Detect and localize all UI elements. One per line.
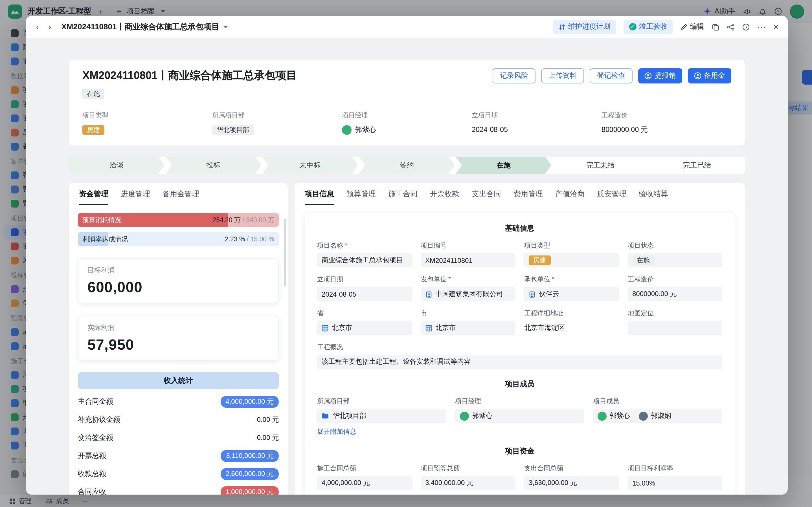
funds-field-value[interactable]: 4,000,000.00 元 [317, 476, 412, 490]
address-value[interactable]: 北京市海淀区 [524, 321, 619, 335]
map-location-input[interactable] [628, 321, 722, 335]
project-info-panel: 项目信息 预算管理 施工合同 开票收款 支出合同 费用管理 产值洽商 [294, 183, 745, 495]
field-value: 8000000.00 元 [601, 125, 648, 134]
field-label: 支出合同总额 [524, 464, 619, 472]
field-address: 工程详细地址 北京市海淀区 [524, 309, 619, 335]
profit-total: / 15.00 % [245, 236, 274, 242]
maintain-schedule-button[interactable]: 维护进度计划 [553, 19, 616, 34]
money-row-value: 1,000,000.00 元 [220, 486, 279, 495]
city-input[interactable]: 北京市 [421, 321, 515, 335]
tab[interactable]: 备用金管理 [163, 183, 199, 205]
more-actions-button[interactable]: ··· [757, 22, 766, 31]
stepper-step-label: 洽谈 [109, 160, 123, 170]
field-label: 项目经理 [455, 397, 584, 405]
money-row-label: 合同应收 [78, 487, 106, 495]
summary-outline-button[interactable]: 记录风险 [493, 68, 536, 83]
field-manager: 项目经理 郭紫心 [455, 397, 584, 436]
close-icon[interactable]: × [773, 22, 779, 32]
next-record-button[interactable]: › [47, 22, 52, 31]
money-row-label: 开票总额 [78, 451, 106, 460]
field-map-location: 地图定位 [628, 309, 722, 335]
stepper-step[interactable]: 完工未结 [552, 157, 648, 174]
field-value: 中国建筑集团有限公司 [435, 289, 503, 299]
funds-field-value[interactable]: 3,630,000.00 元 [524, 476, 619, 490]
section-title-basic: 基础信息 [317, 223, 722, 233]
button-label: 备用金 [704, 71, 725, 81]
stepper-step[interactable]: 完工已结 [649, 157, 745, 174]
tab[interactable]: 产值洽商 [555, 183, 585, 205]
modal-body: XM2024110801丨商业综合体施工总承包项目 记录风险 上传资料 登记检查 [26, 38, 788, 495]
money-row: 变洽签金额 0.00 元 [78, 429, 279, 447]
tab[interactable]: 项目信息 [305, 183, 334, 205]
project-title: XM2024110801丨商业综合体施工总承包项目 [83, 68, 297, 83]
field-label: 项目成员 [593, 397, 722, 405]
field-label: 项目编号 [421, 241, 515, 250]
start-date-input[interactable]: 2024-08-05 [317, 287, 412, 301]
project-type-tag: 房建 [83, 125, 104, 134]
money-row-label: 收款总额 [78, 469, 106, 478]
money-row-value: 3,110,000.00 元 [221, 450, 279, 462]
stepper-step-label: 签约 [400, 160, 414, 170]
field-value: 2024-08-05 [322, 290, 356, 298]
tab[interactable]: 资金管理 [79, 183, 108, 205]
expand-extra-info-link[interactable]: 展开附加信息 [317, 428, 446, 436]
stepper-step[interactable]: 签约 [359, 157, 455, 174]
owner-unit-input[interactable]: 中国建筑集团有限公司 [421, 287, 515, 301]
tab[interactable]: 开票收款 [430, 183, 459, 205]
stepper-step[interactable]: 在施 [456, 157, 551, 174]
scrollbar[interactable] [284, 219, 286, 286]
project-status-input[interactable]: 在施 [628, 253, 722, 267]
stepper-step[interactable]: 未中标 [262, 157, 358, 174]
tab[interactable]: 费用管理 [513, 183, 543, 205]
tab[interactable]: 验收结算 [639, 183, 668, 205]
edit-button[interactable]: 编辑 [680, 22, 704, 32]
province-input[interactable]: 北京市 [317, 321, 412, 335]
overview-input[interactable]: 该工程主要包括土建工程、设备安装和调试等内容 [317, 355, 722, 369]
copy-icon[interactable] [711, 23, 719, 31]
project-type-input[interactable]: 房建 [524, 253, 619, 267]
funds-field-value[interactable]: 3,400,000.00 元 [421, 476, 515, 490]
modal-header: ‹ › XM2024110801丨商业综合体施工总承包项目 维护进度计划 ✓ 竣… [26, 16, 788, 38]
field-label: 工程概况 [317, 343, 722, 351]
tab[interactable]: 施工合同 [388, 183, 418, 205]
project-code-input[interactable]: XM2024110801 [421, 253, 515, 267]
stepper-step[interactable]: 洽谈 [69, 157, 164, 174]
avatar [639, 411, 648, 420]
funds-field: 项目预算总额 3,400,000.00 元 [421, 464, 515, 490]
button-label: 登记检查 [597, 71, 625, 81]
project-summary-card: XM2024110801丨商业综合体施工总承包项目 记录风险 上传资料 登记检查 [69, 60, 745, 146]
prev-record-button[interactable]: ‹ [35, 22, 40, 31]
field-value: 该工程主要包括土建工程、设备安装和调试等内容 [322, 357, 471, 367]
manager-input[interactable]: 郭紫心 [455, 409, 584, 423]
money-row: 补充协议金额 0.00 元 [78, 410, 279, 429]
funds-field-value[interactable]: 15.00% [628, 476, 722, 490]
completion-acceptance-button[interactable]: ✓ 竣工验收 [623, 19, 673, 34]
summary-outline-button[interactable]: 上传资料 [541, 68, 584, 83]
dept-tag: 华北项目部 [212, 125, 254, 134]
history-clock-icon[interactable] [742, 23, 750, 31]
field-label: 市 [421, 309, 515, 318]
share-icon[interactable] [726, 23, 735, 31]
money-row: 合同应收 1,000,000.00 元 [78, 483, 279, 495]
income-statistics-button[interactable]: 收入统计 [78, 372, 279, 389]
field-label: 项目类型 [83, 111, 212, 120]
stepper-step[interactable]: 投标 [166, 157, 261, 174]
team-members-input[interactable]: 郭紫心 郭淑娴 [593, 409, 722, 423]
tab[interactable]: 进度管理 [121, 183, 150, 205]
tab[interactable]: 支出合同 [472, 183, 501, 205]
field-value: 15.00% [632, 479, 655, 487]
money-row-value: 0.00 元 [257, 415, 279, 425]
summary-solid-button[interactable]: 提报销 [638, 68, 682, 83]
project-name-input[interactable]: 商业综合体施工总承包项目 [317, 253, 412, 267]
project-detail-modal: ‹ › XM2024110801丨商业综合体施工总承包项目 维护进度计划 ✓ 竣… [26, 16, 788, 495]
actual-profit-label: 实际利润 [88, 323, 269, 333]
summary-outline-button[interactable]: 登记检查 [590, 68, 633, 83]
contractor-unit-input[interactable]: 伙伴云 [524, 287, 619, 301]
dept-input[interactable]: 华北项目部 [317, 409, 446, 423]
tab[interactable]: 质安管理 [597, 183, 626, 205]
summary-solid-button[interactable]: 备用金 [688, 68, 731, 83]
chevron-down-icon[interactable] [223, 26, 228, 28]
project-cost-input[interactable]: 8000000.00 元 [628, 287, 722, 301]
tab[interactable]: 预算管理 [346, 183, 376, 205]
profit-progress-bar: 利润率达成情况 2.23 % / 15.00 % [78, 232, 279, 246]
